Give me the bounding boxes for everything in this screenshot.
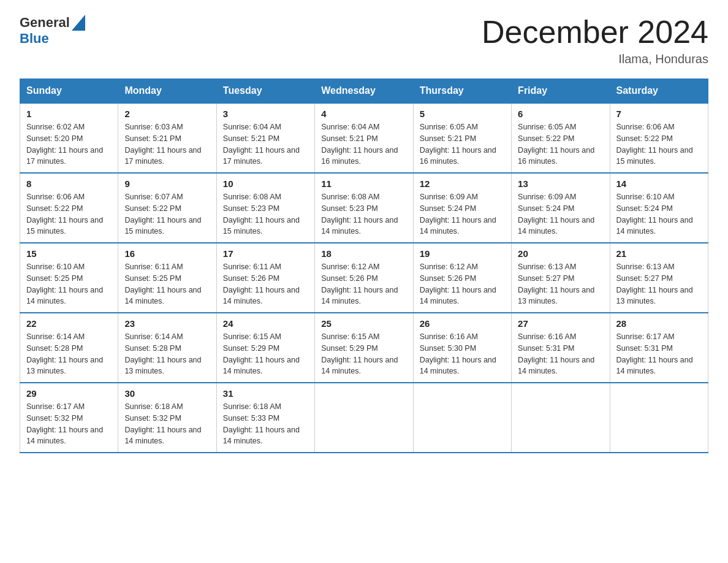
day-number: 3 [223,109,308,119]
day-info: Sunrise: 6:16 AM Sunset: 5:30 PM Dayligh… [420,331,505,377]
day-number: 25 [321,318,406,329]
calendar-cell: 16 Sunrise: 6:11 AM Sunset: 5:25 PM Dayl… [118,243,216,313]
day-info: Sunrise: 6:10 AM Sunset: 5:25 PM Dayligh… [26,261,112,307]
day-info: Sunrise: 6:15 AM Sunset: 5:29 PM Dayligh… [223,331,308,377]
day-info: Sunrise: 6:15 AM Sunset: 5:29 PM Dayligh… [321,331,406,377]
day-number: 24 [223,318,308,329]
day-info: Sunrise: 6:14 AM Sunset: 5:28 PM Dayligh… [124,331,210,377]
calendar-cell: 10 Sunrise: 6:08 AM Sunset: 5:23 PM Dayl… [216,173,314,243]
title-block: December 2024 Ilama, Honduras [482,15,708,66]
calendar-cell: 3 Sunrise: 6:04 AM Sunset: 5:21 PM Dayli… [216,103,314,173]
day-info: Sunrise: 6:13 AM Sunset: 5:27 PM Dayligh… [616,261,702,307]
calendar-cell: 22 Sunrise: 6:14 AM Sunset: 5:28 PM Dayl… [20,313,118,383]
day-info: Sunrise: 6:14 AM Sunset: 5:28 PM Dayligh… [26,331,112,377]
calendar-cell: 1 Sunrise: 6:02 AM Sunset: 5:20 PM Dayli… [20,103,118,173]
day-info: Sunrise: 6:18 AM Sunset: 5:33 PM Dayligh… [223,401,308,447]
day-number: 27 [518,318,603,329]
day-number: 10 [223,178,308,189]
calendar-cell: 20 Sunrise: 6:13 AM Sunset: 5:27 PM Dayl… [512,243,610,313]
calendar-cell [315,383,413,453]
logo-text-general: General [20,15,70,31]
calendar-cell: 2 Sunrise: 6:03 AM Sunset: 5:21 PM Dayli… [118,103,216,173]
day-number: 20 [518,248,603,259]
column-header-thursday: Thursday [413,79,511,104]
day-info: Sunrise: 6:17 AM Sunset: 5:32 PM Dayligh… [26,401,112,447]
day-number: 30 [124,388,210,399]
day-info: Sunrise: 6:03 AM Sunset: 5:21 PM Dayligh… [124,121,210,167]
day-info: Sunrise: 6:05 AM Sunset: 5:21 PM Dayligh… [420,121,505,167]
calendar-cell: 8 Sunrise: 6:06 AM Sunset: 5:22 PM Dayli… [20,173,118,243]
day-number: 21 [616,248,702,259]
day-number: 18 [321,248,406,259]
day-number: 23 [124,318,210,329]
location: Ilama, Honduras [482,52,708,66]
day-number: 16 [124,248,210,259]
calendar-cell: 27 Sunrise: 6:16 AM Sunset: 5:31 PM Dayl… [512,313,610,383]
calendar-week-row: 1 Sunrise: 6:02 AM Sunset: 5:20 PM Dayli… [20,103,708,173]
day-number: 7 [616,109,702,119]
day-info: Sunrise: 6:09 AM Sunset: 5:24 PM Dayligh… [420,191,505,237]
day-info: Sunrise: 6:12 AM Sunset: 5:26 PM Dayligh… [420,261,505,307]
day-number: 9 [124,178,210,189]
day-number: 13 [518,178,603,189]
day-info: Sunrise: 6:10 AM Sunset: 5:24 PM Dayligh… [616,191,702,237]
day-number: 29 [26,388,112,399]
day-number: 15 [26,248,112,259]
calendar-cell: 30 Sunrise: 6:18 AM Sunset: 5:32 PM Dayl… [118,383,216,453]
calendar-cell: 31 Sunrise: 6:18 AM Sunset: 5:33 PM Dayl… [216,383,314,453]
day-number: 1 [26,109,112,119]
calendar-week-row: 8 Sunrise: 6:06 AM Sunset: 5:22 PM Dayli… [20,173,708,243]
day-info: Sunrise: 6:13 AM Sunset: 5:27 PM Dayligh… [518,261,603,307]
calendar-cell: 19 Sunrise: 6:12 AM Sunset: 5:26 PM Dayl… [413,243,511,313]
day-info: Sunrise: 6:18 AM Sunset: 5:32 PM Dayligh… [124,401,210,447]
calendar-cell: 12 Sunrise: 6:09 AM Sunset: 5:24 PM Dayl… [413,173,511,243]
day-number: 17 [223,248,308,259]
day-number: 12 [420,178,505,189]
calendar-cell: 9 Sunrise: 6:07 AM Sunset: 5:22 PM Dayli… [118,173,216,243]
day-info: Sunrise: 6:06 AM Sunset: 5:22 PM Dayligh… [26,191,112,237]
day-info: Sunrise: 6:11 AM Sunset: 5:26 PM Dayligh… [223,261,308,307]
calendar-cell [413,383,511,453]
day-number: 4 [321,109,406,119]
column-header-tuesday: Tuesday [216,79,314,104]
calendar-week-row: 29 Sunrise: 6:17 AM Sunset: 5:32 PM Dayl… [20,383,708,453]
day-info: Sunrise: 6:04 AM Sunset: 5:21 PM Dayligh… [321,121,406,167]
day-info: Sunrise: 6:05 AM Sunset: 5:22 PM Dayligh… [518,121,603,167]
calendar-cell: 15 Sunrise: 6:10 AM Sunset: 5:25 PM Dayl… [20,243,118,313]
calendar-cell: 17 Sunrise: 6:11 AM Sunset: 5:26 PM Dayl… [216,243,314,313]
column-header-saturday: Saturday [610,79,708,104]
page-header: General Blue December 2024 Ilama, Hondur… [20,15,708,66]
day-number: 8 [26,178,112,189]
calendar-cell: 6 Sunrise: 6:05 AM Sunset: 5:22 PM Dayli… [512,103,610,173]
calendar-cell: 11 Sunrise: 6:08 AM Sunset: 5:23 PM Dayl… [315,173,413,243]
calendar-cell [512,383,610,453]
day-number: 19 [420,248,505,259]
calendar-cell: 23 Sunrise: 6:14 AM Sunset: 5:28 PM Dayl… [118,313,216,383]
day-number: 11 [321,178,406,189]
day-info: Sunrise: 6:07 AM Sunset: 5:22 PM Dayligh… [124,191,210,237]
column-header-sunday: Sunday [20,79,118,104]
day-number: 22 [26,318,112,329]
day-number: 31 [223,388,308,399]
day-info: Sunrise: 6:11 AM Sunset: 5:25 PM Dayligh… [124,261,210,307]
day-info: Sunrise: 6:09 AM Sunset: 5:24 PM Dayligh… [518,191,603,237]
calendar-cell: 29 Sunrise: 6:17 AM Sunset: 5:32 PM Dayl… [20,383,118,453]
calendar-cell: 24 Sunrise: 6:15 AM Sunset: 5:29 PM Dayl… [216,313,314,383]
day-number: 2 [124,109,210,119]
day-number: 6 [518,109,603,119]
day-info: Sunrise: 6:17 AM Sunset: 5:31 PM Dayligh… [616,331,702,377]
calendar-cell: 14 Sunrise: 6:10 AM Sunset: 5:24 PM Dayl… [610,173,708,243]
day-info: Sunrise: 6:12 AM Sunset: 5:26 PM Dayligh… [321,261,406,307]
logo-text-blue: Blue [20,31,49,47]
day-number: 5 [420,109,505,119]
calendar-week-row: 22 Sunrise: 6:14 AM Sunset: 5:28 PM Dayl… [20,313,708,383]
calendar-cell: 25 Sunrise: 6:15 AM Sunset: 5:29 PM Dayl… [315,313,413,383]
day-info: Sunrise: 6:06 AM Sunset: 5:22 PM Dayligh… [616,121,702,167]
calendar-cell: 26 Sunrise: 6:16 AM Sunset: 5:30 PM Dayl… [413,313,511,383]
month-title: December 2024 [482,15,708,50]
column-header-wednesday: Wednesday [315,79,413,104]
calendar-cell: 5 Sunrise: 6:05 AM Sunset: 5:21 PM Dayli… [413,103,511,173]
calendar-cell: 4 Sunrise: 6:04 AM Sunset: 5:21 PM Dayli… [315,103,413,173]
day-number: 28 [616,318,702,329]
calendar-table: SundayMondayTuesdayWednesdayThursdayFrid… [20,79,708,453]
